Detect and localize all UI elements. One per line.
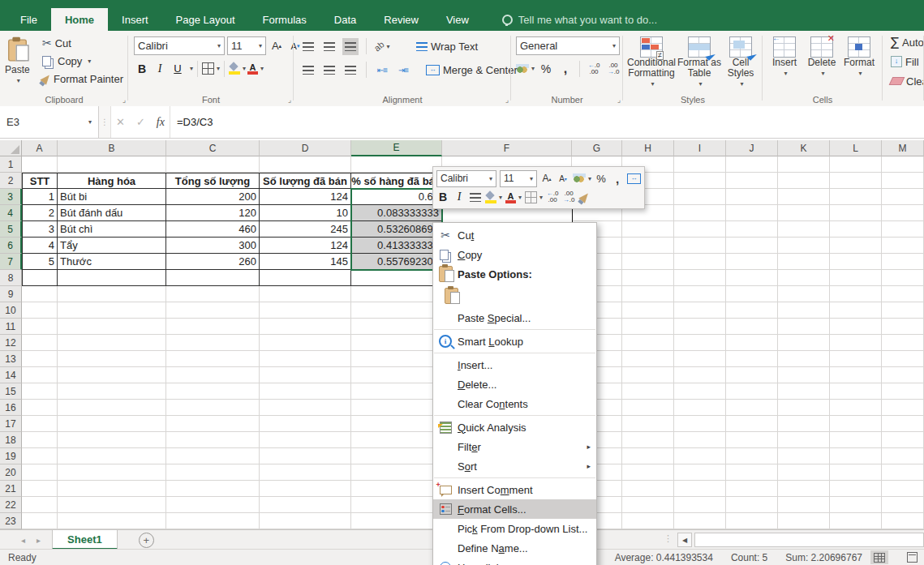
cell-C5[interactable]: 460 bbox=[166, 221, 260, 238]
row-header-18[interactable]: 18 bbox=[0, 432, 22, 448]
row-header-4[interactable]: 4 bbox=[0, 205, 22, 221]
cell-E1[interactable] bbox=[351, 156, 442, 173]
accounting-format-button[interactable]: ▾ bbox=[516, 60, 535, 77]
formula-input[interactable]: =D3/C3 bbox=[170, 106, 924, 138]
mini-font-size-combo[interactable]: 11▾ bbox=[500, 170, 537, 187]
cell-M18[interactable] bbox=[882, 432, 924, 448]
cell-H14[interactable] bbox=[622, 367, 674, 383]
cell-H5[interactable] bbox=[622, 221, 674, 238]
page-layout-view-button[interactable] bbox=[903, 550, 921, 564]
cell-M17[interactable] bbox=[882, 416, 924, 432]
cell-A23[interactable] bbox=[22, 513, 58, 529]
cell-A2[interactable]: STT bbox=[22, 173, 58, 189]
cell-K6[interactable] bbox=[778, 238, 830, 254]
column-header-F[interactable]: F bbox=[442, 140, 572, 156]
cell-A18[interactable] bbox=[22, 432, 58, 448]
italic-button[interactable]: I bbox=[152, 60, 168, 77]
column-header-M[interactable]: M bbox=[882, 140, 924, 156]
cell-C4[interactable]: 120 bbox=[166, 205, 260, 221]
cell-I8[interactable] bbox=[674, 270, 726, 286]
cell-L22[interactable] bbox=[830, 497, 882, 513]
cell-J17[interactable] bbox=[726, 416, 778, 432]
cut-button[interactable]: ✂ Cut bbox=[39, 34, 127, 52]
cell-B2[interactable]: Hàng hóa bbox=[58, 173, 166, 189]
cell-I9[interactable] bbox=[674, 286, 726, 302]
mini-accounting-button[interactable]: ▾ bbox=[573, 171, 591, 186]
dialog-launcher-icon[interactable]: ⌟ bbox=[288, 96, 291, 104]
cell-K22[interactable] bbox=[778, 497, 830, 513]
cell-H11[interactable] bbox=[622, 319, 674, 335]
cell-H12[interactable] bbox=[622, 335, 674, 351]
cell-B23[interactable] bbox=[58, 513, 166, 529]
cell-I6[interactable] bbox=[674, 238, 726, 254]
cell-C13[interactable] bbox=[166, 351, 260, 367]
cell-I4[interactable] bbox=[674, 205, 726, 221]
cell-C17[interactable] bbox=[166, 416, 260, 432]
column-header-G[interactable]: G bbox=[572, 140, 622, 156]
menu-item-format-cells[interactable]: Format Cells... bbox=[433, 499, 596, 519]
row-header-2[interactable]: 2 bbox=[0, 173, 22, 189]
cell-D19[interactable] bbox=[260, 448, 351, 464]
cell-L2[interactable] bbox=[830, 173, 882, 189]
row-header-6[interactable]: 6 bbox=[0, 238, 22, 254]
cell-J15[interactable] bbox=[726, 383, 778, 400]
cell-L12[interactable] bbox=[830, 335, 882, 351]
cell-L19[interactable] bbox=[830, 448, 882, 464]
menu-item-copy[interactable]: Copy bbox=[433, 245, 596, 264]
cell-M7[interactable] bbox=[882, 254, 924, 270]
cell-D13[interactable] bbox=[260, 351, 351, 367]
cell-C2[interactable]: Tổng số lượng bbox=[166, 173, 260, 189]
cell-J21[interactable] bbox=[726, 481, 778, 497]
mini-font-color-button[interactable]: A▾ bbox=[505, 190, 522, 205]
cell-E19[interactable] bbox=[351, 448, 442, 464]
cell-H8[interactable] bbox=[622, 270, 674, 286]
mini-merge-center-button[interactable]: ↔ bbox=[627, 171, 641, 186]
cell-A8[interactable] bbox=[22, 270, 58, 286]
menu-item-insert-comment[interactable]: Insert Comment bbox=[433, 480, 596, 499]
cell-E9[interactable] bbox=[351, 286, 442, 302]
row-header-17[interactable]: 17 bbox=[0, 416, 22, 432]
cell-D9[interactable] bbox=[260, 286, 351, 302]
cell-M5[interactable] bbox=[882, 221, 924, 238]
mini-percent-button[interactable]: % bbox=[595, 171, 608, 186]
clear-button[interactable]: Clear bbox=[887, 72, 924, 90]
orientation-button[interactable]: ab▾ bbox=[374, 38, 390, 55]
dialog-launcher-icon[interactable]: ⌟ bbox=[617, 96, 621, 104]
column-header-K[interactable]: K bbox=[778, 140, 830, 156]
borders-button[interactable]: ▾ bbox=[202, 60, 220, 77]
cell-D15[interactable] bbox=[260, 383, 351, 400]
cell-A9[interactable] bbox=[22, 286, 58, 302]
cell-D20[interactable] bbox=[260, 464, 351, 481]
cell-J11[interactable] bbox=[726, 319, 778, 335]
font-name-combo[interactable]: Calibri▾ bbox=[134, 36, 225, 55]
delete-cells-button[interactable]: Delete▾ bbox=[803, 32, 840, 93]
cell-D18[interactable] bbox=[260, 432, 351, 448]
select-all-corner[interactable] bbox=[0, 140, 22, 156]
cell-I18[interactable] bbox=[674, 432, 726, 448]
row-header-12[interactable]: 12 bbox=[0, 335, 22, 351]
menu-item-hyperlink[interactable]: Hyperlink... bbox=[433, 558, 596, 565]
cell-M6[interactable] bbox=[882, 238, 924, 254]
cell-D4[interactable]: 10 bbox=[260, 205, 351, 221]
cell-E3[interactable]: 0.62 bbox=[351, 189, 442, 205]
cell-K13[interactable] bbox=[778, 351, 830, 367]
cell-I23[interactable] bbox=[674, 513, 726, 529]
normal-view-button[interactable] bbox=[870, 550, 888, 564]
cell-L10[interactable] bbox=[830, 302, 882, 319]
cell-J12[interactable] bbox=[726, 335, 778, 351]
insert-cells-button[interactable]: Insert▾ bbox=[766, 32, 803, 93]
underline-button[interactable]: U bbox=[170, 60, 186, 77]
cell-I20[interactable] bbox=[674, 464, 726, 481]
cell-K2[interactable] bbox=[778, 173, 830, 189]
cell-D10[interactable] bbox=[260, 302, 351, 319]
cell-M2[interactable] bbox=[882, 173, 924, 189]
cell-E22[interactable] bbox=[351, 497, 442, 513]
column-header-A[interactable]: A bbox=[22, 140, 58, 156]
cell-C6[interactable]: 300 bbox=[166, 238, 260, 254]
mini-format-painter-button[interactable] bbox=[578, 190, 591, 205]
mini-increase-decimal-button[interactable]: ←.0.00 bbox=[546, 190, 559, 205]
cell-I16[interactable] bbox=[674, 400, 726, 416]
cell-E13[interactable] bbox=[351, 351, 442, 367]
cell-D11[interactable] bbox=[260, 319, 351, 335]
menu-item-pick-from-list[interactable]: Pick From Drop-down List... bbox=[433, 519, 596, 538]
